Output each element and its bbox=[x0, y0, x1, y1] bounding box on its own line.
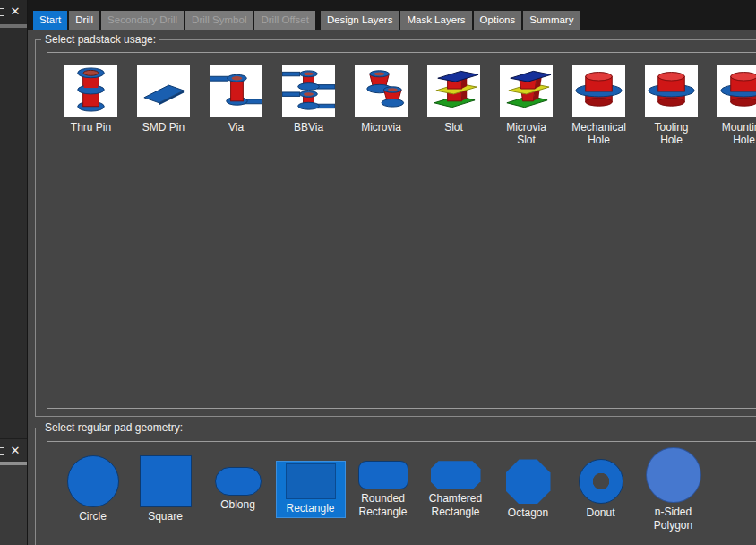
padstack-usage-list: Thru Pin SMD Pin bbox=[47, 52, 756, 409]
tab-options[interactable]: Options bbox=[474, 11, 522, 30]
geometry-item-oblong[interactable]: Oblong bbox=[202, 442, 274, 535]
geometry-item-label: Donut bbox=[571, 506, 631, 519]
geometry-item-label: Square bbox=[135, 510, 196, 523]
group-title: Select padstack usage: bbox=[41, 33, 159, 46]
dock-panel-bottom-body bbox=[0, 465, 27, 545]
usage-item-label: SMD Pin bbox=[134, 121, 193, 134]
tab-bar: Start Drill Secondary Drill Drill Symbol… bbox=[28, 0, 756, 30]
usage-item-label: BBVia bbox=[279, 121, 339, 134]
usage-item-mechanical-hole[interactable]: Mechanical Hole bbox=[563, 65, 635, 146]
start-page: Select padstack usage: Thru Pin bbox=[28, 30, 756, 545]
octagon-shape-icon bbox=[506, 459, 551, 504]
microvia-icon bbox=[355, 65, 408, 117]
group-title: Select regular pad geometry: bbox=[41, 421, 186, 434]
group-select-regular-pad-geometry: Select regular pad geometry: Circle Squa… bbox=[35, 421, 756, 545]
donut-shape-icon bbox=[579, 459, 623, 504]
close-icon[interactable]: ✕ bbox=[7, 443, 23, 459]
usage-item-microvia[interactable]: Microvia bbox=[345, 65, 417, 134]
geometry-item-octagon[interactable]: Octagon bbox=[492, 442, 564, 535]
slot-icon bbox=[427, 65, 480, 117]
usage-item-bbvia[interactable]: BBVia bbox=[272, 65, 345, 134]
dock-panel-bottom: ✕ bbox=[0, 438, 27, 545]
pin-icon[interactable] bbox=[0, 8, 4, 16]
geometry-item-chamfered-rectangle[interactable]: Chamfered Rectangle bbox=[419, 442, 492, 535]
usage-item-thru-pin[interactable]: Thru Pin bbox=[55, 65, 127, 134]
close-icon[interactable]: ✕ bbox=[7, 4, 23, 20]
geometry-item-square[interactable]: Square bbox=[129, 442, 202, 535]
rounded-rectangle-shape-icon bbox=[358, 461, 408, 489]
n-sided-polygon-shape-icon bbox=[646, 447, 701, 503]
geometry-item-label: Rounded Rectangle bbox=[353, 492, 414, 517]
dock-panel-top-titlebar: ✕ bbox=[0, 0, 27, 24]
geometry-item-donut[interactable]: Donut bbox=[564, 442, 637, 535]
pin-icon[interactable] bbox=[0, 447, 4, 455]
geometry-item-label: Circle bbox=[63, 510, 124, 523]
geometry-item-n-sided-polygon[interactable]: n-Sided Polygon bbox=[637, 442, 709, 535]
geometry-item-label: Oblong bbox=[208, 498, 269, 511]
microvia-slot-icon bbox=[500, 65, 553, 117]
usage-item-label: Slot bbox=[425, 121, 484, 134]
tab-summary[interactable]: Summary bbox=[523, 11, 580, 30]
tab-drill-offset: Drill Offset bbox=[254, 11, 314, 30]
usage-item-via[interactable]: Via bbox=[200, 65, 272, 134]
tab-secondary-drill: Secondary Drill bbox=[101, 11, 184, 30]
dock-panel-bottom-titlebar: ✕ bbox=[0, 439, 27, 462]
pad-geometry-list: Circle Square Oblong Rectangle bbox=[47, 441, 756, 545]
usage-item-mounting-hole[interactable]: Mounting Hole bbox=[708, 65, 756, 146]
mechanical-hole-icon bbox=[572, 65, 625, 117]
chamfered-rectangle-shape-icon bbox=[431, 461, 481, 489]
tab-design-layers[interactable]: Design Layers bbox=[321, 11, 399, 30]
dock-strip: ✕ ✕ bbox=[0, 0, 28, 545]
usage-item-label: Mounting Hole bbox=[715, 121, 756, 146]
usage-item-label: Via bbox=[207, 121, 266, 134]
usage-item-smd-pin[interactable]: SMD Pin bbox=[127, 65, 200, 134]
usage-item-label: Thru Pin bbox=[62, 121, 121, 134]
usage-item-slot[interactable]: Slot bbox=[417, 65, 490, 134]
group-select-padstack-usage: Select padstack usage: Thru Pin bbox=[35, 33, 756, 417]
square-shape-icon bbox=[140, 455, 192, 507]
geometry-item-label: n-Sided Polygon bbox=[643, 506, 704, 531]
tab-drill-symbol: Drill Symbol bbox=[185, 11, 253, 30]
usage-item-microvia-slot[interactable]: Microvia Slot bbox=[490, 65, 563, 146]
usage-item-label: Tooling Hole bbox=[642, 121, 701, 146]
usage-item-label: Mechanical Hole bbox=[570, 121, 629, 146]
tab-mask-layers[interactable]: Mask Layers bbox=[400, 11, 471, 30]
thru-pin-icon bbox=[64, 65, 117, 117]
rectangle-shape-icon bbox=[286, 463, 336, 499]
geometry-item-rectangle[interactable]: Rectangle bbox=[274, 442, 347, 535]
smd-pin-icon bbox=[137, 65, 190, 117]
usage-item-tooling-hole[interactable]: Tooling Hole bbox=[635, 65, 708, 146]
geometry-item-label: Octagon bbox=[498, 506, 559, 519]
tab-drill[interactable]: Drill bbox=[69, 11, 99, 30]
oblong-shape-icon bbox=[215, 467, 262, 496]
tab-start[interactable]: Start bbox=[33, 11, 67, 30]
via-icon bbox=[210, 65, 262, 117]
dock-panel-top-body bbox=[0, 28, 27, 438]
usage-item-label: Microvia Slot bbox=[497, 121, 556, 146]
bbvia-icon bbox=[282, 65, 335, 117]
mounting-hole-icon bbox=[717, 65, 756, 117]
geometry-item-label: Chamfered Rectangle bbox=[425, 492, 486, 517]
geometry-item-rounded-rectangle[interactable]: Rounded Rectangle bbox=[347, 442, 419, 535]
usage-item-label: Microvia bbox=[352, 121, 411, 134]
tooling-hole-icon bbox=[645, 65, 698, 117]
circle-shape-icon bbox=[67, 455, 119, 507]
geometry-item-circle[interactable]: Circle bbox=[56, 442, 129, 535]
geometry-item-label: Rectangle bbox=[280, 502, 341, 515]
dock-panel-top: ✕ bbox=[0, 0, 27, 438]
